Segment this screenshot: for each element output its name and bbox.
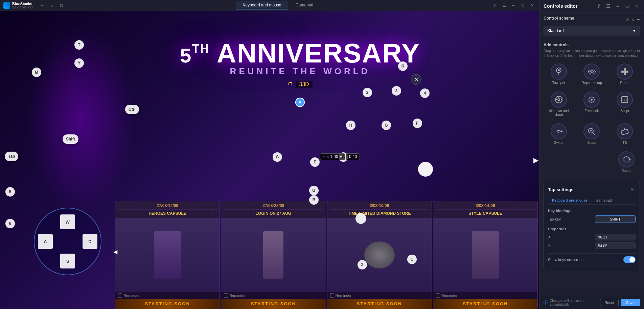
- panel-menu-icon[interactable]: ☰: [605, 3, 612, 9]
- key-G2[interactable]: G: [309, 186, 319, 195]
- card4-image: [433, 218, 537, 292]
- rotate-item-container: Rotate: [544, 149, 640, 175]
- key-5[interactable]: 5: [5, 187, 15, 197]
- dpad-up[interactable]: W: [60, 214, 75, 229]
- control-tap-spot[interactable]: Tap spot: [544, 61, 574, 87]
- dpad-right[interactable]: D: [83, 234, 97, 249]
- white-large-dot[interactable]: [418, 162, 433, 177]
- panel-help-icon[interactable]: ?: [595, 3, 602, 9]
- panel-close-icon[interactable]: ✕: [633, 3, 640, 9]
- main-container: BlueStacks 5.9.0.1062 N32 ← ⌂ □ Keyboard…: [0, 0, 644, 309]
- settings-tab-gamepad[interactable]: Gamepad: [592, 197, 616, 204]
- scheme-share-icon[interactable]: ➦: [637, 17, 640, 22]
- key-C[interactable]: C: [407, 255, 417, 264]
- control-zoom[interactable]: Zoom: [577, 121, 607, 147]
- svg-point-4: [590, 71, 591, 72]
- panel-maximize-icon[interactable]: □: [624, 3, 630, 9]
- menu-icon[interactable]: ☰: [500, 1, 508, 9]
- reminder-checkbox-4[interactable]: [436, 293, 440, 298]
- card1-image: [115, 218, 220, 292]
- close-button[interactable]: ✕: [528, 1, 536, 9]
- reminder-label-2: Reminder: [229, 293, 246, 298]
- game-area: BlueStacks 5.9.0.1062 N32 ← ⌂ □ Keyboard…: [0, 0, 539, 309]
- key-V[interactable]: V: [295, 98, 305, 107]
- key-2[interactable]: 2: [363, 88, 372, 97]
- back-button[interactable]: ←: [39, 1, 47, 9]
- reset-button[interactable]: Reset: [600, 299, 619, 306]
- title-bar-right: ? ☰ ‒ □ ✕: [490, 1, 539, 9]
- reminder-label-3: Reminder: [336, 293, 352, 298]
- key-F2[interactable]: F: [310, 157, 320, 167]
- tab-gamepad[interactable]: Gamepad: [289, 1, 320, 9]
- aim-icon: [551, 92, 567, 108]
- dpad-left[interactable]: A: [38, 234, 53, 249]
- tab-keyboard-mouse[interactable]: Keyboard and mouse: [236, 1, 288, 9]
- key-F[interactable]: F: [413, 119, 422, 128]
- panel-minimize-icon[interactable]: ‒: [614, 3, 621, 9]
- control-free-look[interactable]: Free look: [577, 89, 607, 119]
- card2-reminder: Reminder: [221, 292, 325, 299]
- free-look-label: Free look: [585, 109, 599, 113]
- script-icon: </>: [617, 92, 633, 108]
- scheme-export-icon[interactable]: ↘: [631, 17, 635, 22]
- dpad-down[interactable]: S: [60, 254, 75, 268]
- zoom-minus[interactable]: −: [323, 154, 325, 159]
- key-T[interactable]: T: [74, 40, 84, 50]
- info-icon: ⓘ: [544, 300, 548, 306]
- card3-image: [327, 218, 432, 292]
- key-G3[interactable]: G: [273, 152, 282, 162]
- key-M[interactable]: M: [32, 68, 41, 77]
- key-4[interactable]: 4: [420, 88, 430, 98]
- svg-point-6: [593, 71, 594, 72]
- scroll-right-arrow[interactable]: ▶: [533, 156, 538, 164]
- settings-tab-keyboard[interactable]: Keyboard and mouse: [548, 197, 592, 204]
- key-Z[interactable]: Z: [358, 260, 367, 269]
- maximize-button[interactable]: □: [519, 1, 527, 9]
- control-aim[interactable]: Aim, pan and shoot: [544, 89, 574, 119]
- control-rotate[interactable]: Rotate: [613, 149, 640, 175]
- reminder-checkbox-1[interactable]: [118, 293, 122, 298]
- key-3[interactable]: 3: [392, 86, 401, 96]
- character-glow: [27, 24, 135, 213]
- scroll-left-arrow[interactable]: ◀: [113, 249, 117, 255]
- key-B[interactable]: B: [309, 195, 319, 205]
- control-script[interactable]: </> Script: [610, 89, 640, 119]
- control-swipe[interactable]: Swipe: [544, 121, 574, 147]
- tap-key-row: Tap key: [548, 215, 636, 223]
- tap-settings-close-button[interactable]: ✕: [629, 186, 636, 193]
- zoom-control-1[interactable]: − × 1.00 +: [320, 153, 345, 160]
- add-controls-section: Add controls Drag and drop an action on …: [539, 39, 644, 178]
- key-H[interactable]: H: [346, 121, 355, 130]
- show-keys-toggle[interactable]: [623, 256, 636, 263]
- y-value-input[interactable]: [595, 242, 636, 249]
- key-R[interactable]: R: [398, 61, 408, 71]
- zoom-plus[interactable]: +: [340, 154, 342, 159]
- close-overlay[interactable]: ✕: [411, 74, 421, 85]
- reminder-checkbox-3[interactable]: [330, 293, 334, 298]
- window-button[interactable]: □: [58, 1, 66, 9]
- x-value-input[interactable]: [595, 234, 636, 240]
- key-Tab[interactable]: Tab: [5, 152, 18, 161]
- key-Shift[interactable]: Shift: [63, 134, 78, 144]
- reminder-checkbox-2[interactable]: [224, 293, 228, 298]
- home-button[interactable]: ⌂: [48, 1, 56, 9]
- control-repeated-tap[interactable]: Repeated tap: [577, 61, 607, 87]
- control-tilt[interactable]: Tilt: [610, 121, 640, 147]
- help-icon[interactable]: ?: [490, 1, 499, 9]
- save-button[interactable]: Save: [621, 299, 640, 306]
- scheme-dropdown[interactable]: Standard ▼: [544, 26, 640, 35]
- key-Ctrl[interactable]: Ctrl: [125, 105, 139, 114]
- key-Y[interactable]: Y: [74, 58, 84, 68]
- tap-key-input[interactable]: [595, 215, 636, 223]
- zoom-control-2[interactable]: 0.40: [346, 153, 360, 160]
- key-6[interactable]: 6: [5, 219, 15, 228]
- scheme-import-icon[interactable]: ↗: [626, 17, 629, 22]
- svg-rect-24: [621, 129, 628, 135]
- control-dpad[interactable]: D-pad: [610, 61, 640, 87]
- key-G[interactable]: G: [382, 121, 391, 130]
- card3-starting-soon: STARTING SOON: [327, 299, 432, 309]
- event-cards-container: 27/08-14/09 HEROES CAPSULE Reminder STAR…: [115, 201, 538, 309]
- minimize-button[interactable]: ‒: [509, 1, 518, 9]
- zoom-icon: [583, 123, 600, 139]
- white-dot-small[interactable]: [355, 213, 366, 224]
